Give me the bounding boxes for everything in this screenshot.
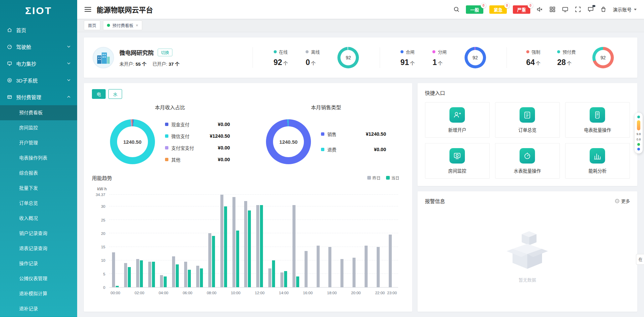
- bar-group: [338, 195, 350, 287]
- not-opened-count: 未开户:55 个: [119, 60, 147, 67]
- mute-icon[interactable]: [536, 6, 543, 13]
- status-dot-icon: [637, 116, 640, 118]
- alarm-title: 报警信息: [425, 197, 445, 204]
- search-icon[interactable]: [453, 6, 460, 13]
- sidebar-item-prepaid-management[interactable]: 预付费管理: [0, 88, 77, 105]
- message-icon[interactable]: [587, 6, 594, 13]
- sidebar-item-home[interactable]: 首页: [0, 21, 77, 38]
- active-tab-dot: [107, 24, 110, 27]
- chevron-down-icon: [67, 62, 70, 64]
- bar-chart-icon: [590, 148, 605, 164]
- gauge-icon: [7, 44, 12, 50]
- sidebar-subitem-account-open[interactable]: 开户管理: [0, 135, 77, 150]
- clipboard-icon: [520, 107, 535, 123]
- bar-group: 12:00: [254, 195, 266, 287]
- legend-item: 退费¥0.00: [321, 146, 386, 153]
- widget-value: 0.8: [637, 138, 641, 141]
- quick-entry-water-batch[interactable]: 水表批量操作: [495, 143, 560, 179]
- header: 能源物联网云平台 一般 0 紧急 0 严重 0: [77, 0, 644, 19]
- quick-entry-energy-analysis[interactable]: 能耗分析: [565, 143, 630, 179]
- more-link[interactable]: 更多: [615, 198, 630, 204]
- page-title: 能源物联网云平台: [97, 4, 153, 14]
- stats-card: 微电网研究院 切换 未开户:55 个 已开户:37 个 在线 92个 离线: [84, 38, 637, 78]
- sidebar-item-power-reading[interactable]: 电力集抄: [0, 55, 77, 72]
- sidebar-subitem-refund-simulation[interactable]: 退补模拟计算: [0, 286, 77, 301]
- fullscreen-icon[interactable]: [575, 6, 581, 13]
- legend-today[interactable]: 当日: [386, 175, 399, 181]
- quick-entry-title: 快捷入口: [425, 89, 630, 96]
- building-icon: [96, 50, 111, 65]
- legend-yesterday[interactable]: 昨日: [367, 175, 381, 181]
- sidebar-subitem-report[interactable]: 综合报表: [0, 166, 77, 181]
- quick-entry-room-monitor[interactable]: 房间监控: [425, 143, 490, 179]
- stat-prepaid: 预付费 28个: [557, 49, 576, 67]
- quick-entry-meter-batch[interactable]: 电表批量操作: [565, 102, 630, 138]
- bar-group: 23:00: [386, 195, 398, 287]
- more-icon: [615, 199, 620, 203]
- archive-icon[interactable]: [600, 6, 607, 13]
- quick-entry-new-account[interactable]: 新增开户: [425, 102, 490, 138]
- alert-badge-general[interactable]: 一般 0: [466, 5, 483, 14]
- account-name: 演示账号: [613, 6, 632, 13]
- trend-legend: 昨日 当日: [367, 175, 399, 181]
- sidebar-subitem-prepaid-dashboard[interactable]: 预付费看板: [0, 105, 77, 120]
- income-legend: 现金支付¥0.00 微信支付¥1240.50 支付宝支付¥0.00 其他¥0.0…: [165, 121, 230, 163]
- divider: [253, 47, 253, 68]
- sidebar-item-label: 3D子系统: [16, 77, 38, 84]
- sidebar-subitem-shared-meter[interactable]: 公摊仪表管理: [0, 271, 77, 286]
- content: 微电网研究院 切换 未开户:55 个 已开户:37 个 在线 92个 离线: [77, 32, 644, 317]
- bar-group: [241, 195, 254, 287]
- online-donut-chart: 92: [337, 47, 359, 68]
- floating-widget[interactable]: 9.8 0.8: [635, 113, 643, 153]
- switch-donut-chart: 92: [465, 47, 486, 68]
- sidebar-subitem-close-account-query[interactable]: 销户记录查询: [0, 226, 77, 241]
- org-info: 微电网研究院 切换 未开户:55 个 已开户:37 个: [93, 47, 248, 68]
- trend-title: 用能趋势: [92, 174, 112, 181]
- plot-area: 00:0002:0004:0006:0008:0010:0012:0014:00…: [109, 195, 398, 288]
- sidebar-subitem-batch-dispatch[interactable]: 批量下发: [0, 181, 77, 196]
- bar-group: 04:00: [157, 195, 169, 287]
- sidebar-subitem-income-overview[interactable]: 收入概况: [0, 211, 77, 226]
- sidebar-subitem-room-monitor[interactable]: 房间监控: [0, 120, 77, 135]
- bar-group: 02:00: [133, 195, 146, 287]
- close-tab-icon[interactable]: ×: [136, 23, 139, 27]
- account-menu[interactable]: 演示账号: [613, 6, 637, 13]
- sales-chart-title: 本月销售类型: [248, 104, 404, 111]
- bar-group: [314, 195, 326, 287]
- bar-group: [218, 195, 230, 287]
- toggle-electric-button[interactable]: 电: [92, 89, 106, 99]
- bar-group: [194, 195, 206, 287]
- sidebar-subitem-meter-return-query[interactable]: 退表记录查询: [0, 241, 77, 256]
- stat-group-online: 在线 92个 离线 0个 92: [258, 47, 375, 68]
- status-dot-icon: [637, 143, 640, 146]
- bar-group: [146, 195, 158, 287]
- sidebar-item-cockpit[interactable]: 驾驶舱: [0, 38, 77, 55]
- alarm-card: 报警信息 更多: [418, 191, 637, 312]
- side-tab[interactable]: 在: [636, 254, 644, 265]
- alert-badge-urgent[interactable]: 紧急 0: [489, 5, 507, 14]
- chevron-down-icon: [67, 79, 70, 81]
- bar-group: [266, 195, 278, 287]
- screen-icon[interactable]: [562, 6, 569, 13]
- sidebar-subitem-order-overview[interactable]: 订单总览: [0, 196, 77, 211]
- sidebar-item-3d-subsystem[interactable]: 3D子系统: [0, 72, 77, 88]
- divider: [506, 47, 507, 68]
- sidebar-subitem-meter-op-list[interactable]: 电表操作列表: [0, 150, 77, 166]
- stat-open: 分闸 1个: [432, 49, 446, 67]
- sidebar-subitem-refund-records[interactable]: 退补记录: [0, 301, 77, 316]
- switch-org-button[interactable]: 切换: [158, 49, 172, 56]
- menu-toggle-icon[interactable]: [85, 7, 91, 12]
- sales-donut-chart: 1240.50: [266, 119, 311, 164]
- sidebar-subitem-op-records[interactable]: 操作记录: [0, 256, 77, 271]
- quick-entry-order-overview[interactable]: 订单总览: [495, 102, 560, 138]
- energy-trend-chart: kW·h 05101520253034.37 00:0002:0004:0006…: [92, 193, 403, 297]
- chevron-up-icon: [67, 96, 70, 98]
- toggle-water-button[interactable]: 水: [108, 89, 122, 99]
- apps-grid-icon[interactable]: [549, 6, 556, 13]
- empty-box-illustration: [500, 228, 554, 272]
- sidebar-item-label: 电力集抄: [16, 60, 36, 67]
- tab-home[interactable]: 首页: [84, 20, 100, 30]
- tab-prepaid-dashboard[interactable]: 预付费看板 ×: [103, 20, 142, 30]
- alert-badge-critical[interactable]: 严重 0: [513, 5, 530, 14]
- app-logo: ΣIOT: [0, 0, 77, 21]
